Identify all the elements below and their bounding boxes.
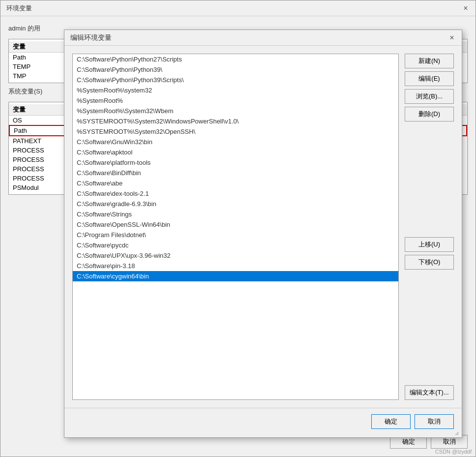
delete-button[interactable]: 删除(D) xyxy=(405,107,454,122)
path-item[interactable]: %SystemRoot% xyxy=(73,95,398,106)
browse-button[interactable]: 浏览(B)... xyxy=(405,89,454,104)
path-item[interactable]: C:\Software\cygwin64\bin xyxy=(73,271,398,281)
modal-action-buttons: 新建(N) 编辑(E) 浏览(B)... 删除(D) 上移(U) 下移(O) 编… xyxy=(405,54,454,400)
path-item[interactable]: %SYSTEMROOT%\System32\WindowsPowerShell\… xyxy=(73,116,398,126)
move-up-button[interactable]: 上移(U) xyxy=(405,237,454,252)
path-item[interactable]: %SystemRoot%\System32\Wbem xyxy=(73,106,398,116)
path-item[interactable]: C:\Software\UPX\upx-3.96-win32 xyxy=(73,250,398,261)
path-list-container: C:\Software\Python\Python27\ScriptsC:\So… xyxy=(72,54,399,400)
modal-cancel-button[interactable]: 取消 xyxy=(415,414,454,429)
path-item[interactable]: C:\Software\Python\Python39\Scripts\ xyxy=(73,75,398,85)
path-item[interactable]: C:\Software\platform-tools xyxy=(73,157,398,168)
path-item[interactable]: C:\Software\pycdc xyxy=(73,240,398,250)
path-item[interactable]: C:\Software\dex-tools-2.1 xyxy=(73,188,398,199)
path-item[interactable]: C:\Software\BinDiff\bin xyxy=(73,168,398,178)
move-down-button[interactable]: 下移(O) xyxy=(405,255,454,270)
new-button[interactable]: 新建(N) xyxy=(405,54,454,68)
path-item[interactable]: C:\Software\OpenSSL-Win64\bin xyxy=(73,219,398,230)
modal-bottom-buttons: 确定 取消 xyxy=(64,408,462,435)
modal-titlebar: 编辑环境变量 × xyxy=(64,30,462,46)
path-item[interactable]: C:\Software\pin-3.18 xyxy=(73,261,398,271)
path-item[interactable]: C:\Software\gradle-6.9.3\bin xyxy=(73,199,398,209)
path-item[interactable]: C:\Software\Python\Python39\ xyxy=(73,64,398,75)
modal-close-button[interactable]: × xyxy=(446,32,458,44)
watermark: CSDN @lzyddf xyxy=(435,449,472,455)
spacer xyxy=(405,124,454,234)
outer-window-title: 环境变量 xyxy=(6,4,32,13)
edit-text-button[interactable]: 编辑文本(T)... xyxy=(405,385,454,400)
path-item[interactable]: C:\Program Files\dotnet\ xyxy=(73,230,398,240)
resize-handle[interactable]: ⊿ xyxy=(455,430,461,436)
modal-body: C:\Software\Python\Python27\ScriptsC:\So… xyxy=(64,46,462,408)
modal-title: 编辑环境变量 xyxy=(70,33,112,42)
modal-confirm-button[interactable]: 确定 xyxy=(371,414,411,429)
path-list[interactable]: C:\Software\Python\Python27\ScriptsC:\So… xyxy=(73,54,398,399)
path-item[interactable]: C:\Software\abe xyxy=(73,178,398,188)
modal-dialog: 编辑环境变量 × C:\Software\Python\Python27\Scr… xyxy=(64,30,462,438)
path-item[interactable]: %SystemRoot%\system32 xyxy=(73,85,398,95)
spacer2 xyxy=(405,273,454,382)
outer-close-button[interactable]: × xyxy=(460,2,472,14)
path-item[interactable]: C:\Software\GnuWin32\bin xyxy=(73,137,398,147)
path-item[interactable]: C:\Software\apktool xyxy=(73,147,398,157)
edit-button[interactable]: 编辑(E) xyxy=(405,71,454,86)
path-item[interactable]: C:\Software\Python\Python27\Scripts xyxy=(73,54,398,64)
path-item[interactable]: %SYSTEMROOT%\System32\OpenSSH\ xyxy=(73,126,398,137)
outer-titlebar: 环境变量 × xyxy=(0,0,476,16)
path-item[interactable]: C:\Software\Strings xyxy=(73,209,398,219)
